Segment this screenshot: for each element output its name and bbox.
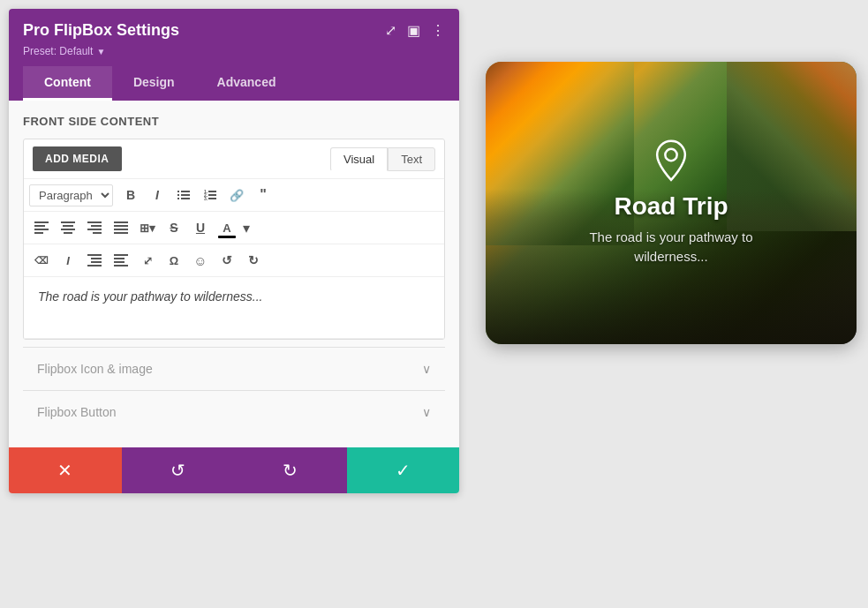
toolbar-row-2: ⊞▾ S U A ▾ [24, 212, 444, 244]
svg-rect-11 [208, 198, 216, 199]
action-bar: ✕ ↺ ↻ ✓ [9, 447, 459, 493]
visual-text-tabs: Visual Text [330, 147, 435, 171]
section-title: Front Side Content [23, 115, 445, 128]
svg-rect-27 [114, 232, 128, 234]
chevron-icon-2: ∨ [422, 405, 431, 419]
clear-format-button[interactable]: ⌫ [29, 248, 54, 273]
panel-title-row: Pro FlipBox Settings ⤢ ▣ ⋮ [23, 21, 445, 40]
editor-top-bar: ADD MEDIA Visual Text [24, 139, 444, 179]
align-left-button[interactable] [29, 215, 54, 240]
location-pin-icon [649, 139, 693, 184]
indent-button[interactable] [82, 248, 107, 273]
svg-rect-21 [91, 225, 102, 227]
svg-rect-2 [177, 194, 179, 196]
svg-rect-35 [114, 265, 128, 266]
svg-rect-3 [181, 194, 190, 196]
svg-rect-29 [91, 258, 102, 259]
outdent-button[interactable] [109, 248, 133, 273]
tab-visual[interactable]: Visual [330, 147, 388, 171]
svg-rect-4 [177, 198, 179, 199]
preset-row: Preset: Default ▼ [23, 45, 445, 57]
align-justify-button[interactable] [109, 215, 133, 240]
svg-rect-12 [34, 221, 49, 223]
svg-text:3.: 3. [204, 196, 208, 201]
preview-background: Road Trip The road is your pathway to wi… [486, 62, 857, 344]
svg-rect-25 [114, 225, 128, 227]
toolbar-row-3: ⌫ I ⤢ Ω ☺ ↺ ↻ [24, 244, 444, 277]
redo-button[interactable]: ↻ [234, 447, 347, 493]
preset-label: Preset: Default [23, 45, 93, 57]
table-button[interactable]: ⊞▾ [135, 215, 160, 240]
italic-style-button[interactable]: I [56, 248, 80, 273]
more-icon[interactable]: ⋮ [431, 22, 445, 39]
svg-rect-22 [87, 229, 102, 230]
panel-title: Pro FlipBox Settings [23, 21, 179, 40]
svg-rect-14 [34, 229, 49, 230]
svg-rect-0 [177, 191, 179, 192]
cancel-button[interactable]: ✕ [9, 447, 122, 493]
tab-text[interactable]: Text [388, 147, 435, 171]
fullscreen-button[interactable]: ⤢ [135, 248, 160, 273]
svg-rect-31 [87, 265, 102, 266]
editor-content[interactable]: The road is your pathway to wilderness..… [24, 277, 444, 339]
svg-rect-16 [61, 221, 75, 223]
flipbox-button-label: Flipbox Button [37, 405, 117, 419]
tab-content[interactable]: Content [23, 66, 112, 101]
undo-editor-button[interactable]: ↺ [215, 248, 239, 273]
add-media-button[interactable]: ADD MEDIA [33, 146, 122, 171]
preview-title: Road Trip [614, 192, 728, 221]
collapsible-sections: Flipbox Icon & image ∨ Flipbox Button ∨ [23, 347, 445, 433]
expand-icon[interactable]: ⤢ [385, 22, 396, 39]
preset-dropdown-arrow[interactable]: ▼ [96, 47, 105, 56]
svg-rect-20 [87, 221, 102, 223]
svg-rect-24 [114, 221, 128, 223]
svg-rect-17 [63, 225, 73, 227]
align-center-button[interactable] [56, 215, 80, 240]
save-button[interactable]: ✓ [347, 447, 460, 493]
bullet-list-button[interactable] [171, 183, 196, 207]
italic-button[interactable]: I [145, 183, 170, 207]
svg-rect-13 [34, 225, 45, 227]
svg-rect-1 [181, 191, 190, 192]
panel-title-icons: ⤢ ▣ ⋮ [385, 22, 445, 39]
align-right-button[interactable] [82, 215, 107, 240]
svg-rect-34 [114, 261, 125, 263]
svg-rect-33 [114, 258, 125, 259]
link-button[interactable]: 🔗 [224, 183, 249, 207]
undo-button[interactable]: ↺ [122, 447, 235, 493]
preview-content: Road Trip The road is your pathway to wi… [539, 122, 804, 285]
paragraph-select[interactable]: Paragraph [29, 184, 113, 206]
svg-rect-28 [87, 254, 102, 256]
toolbar-row-1: Paragraph B I 1.2.3. 🔗 " [24, 179, 444, 212]
svg-rect-15 [34, 232, 43, 234]
svg-rect-7 [208, 191, 216, 192]
quote-button[interactable]: " [251, 183, 275, 207]
numbered-list-button[interactable]: 1.2.3. [198, 183, 223, 207]
emoji-button[interactable]: ☺ [188, 248, 213, 273]
tab-advanced[interactable]: Advanced [196, 66, 298, 101]
text-color-button[interactable]: A [215, 215, 239, 240]
svg-rect-19 [64, 232, 72, 234]
editor-wrapper: ADD MEDIA Visual Text Paragraph B I [23, 139, 445, 340]
panel-body: Front Side Content ADD MEDIA Visual Text [9, 101, 459, 447]
svg-rect-26 [114, 229, 128, 230]
bold-button[interactable]: B [118, 183, 143, 207]
panel-tabs: Content Design Advanced [23, 66, 445, 101]
preview-card: Road Trip The road is your pathway to wi… [486, 62, 857, 344]
svg-rect-9 [208, 194, 216, 196]
panel-header: Pro FlipBox Settings ⤢ ▣ ⋮ Preset: Defau… [9, 9, 459, 101]
svg-rect-32 [114, 254, 128, 256]
svg-rect-18 [61, 229, 75, 230]
underline-button[interactable]: U [188, 215, 213, 240]
svg-rect-23 [93, 232, 102, 234]
tab-design[interactable]: Design [112, 66, 196, 101]
preview-subtitle: The road is your pathway to wilderness..… [556, 228, 786, 267]
special-chars-button[interactable]: Ω [162, 248, 186, 273]
strikethrough-button[interactable]: S [162, 215, 186, 240]
redo-editor-button[interactable]: ↻ [241, 248, 266, 273]
split-icon[interactable]: ▣ [407, 22, 420, 39]
svg-rect-5 [181, 198, 190, 199]
flipbox-button-section[interactable]: Flipbox Button ∨ [23, 390, 445, 433]
flipbox-icon-image-section[interactable]: Flipbox Icon & image ∨ [23, 347, 445, 390]
svg-point-36 [665, 148, 676, 160]
